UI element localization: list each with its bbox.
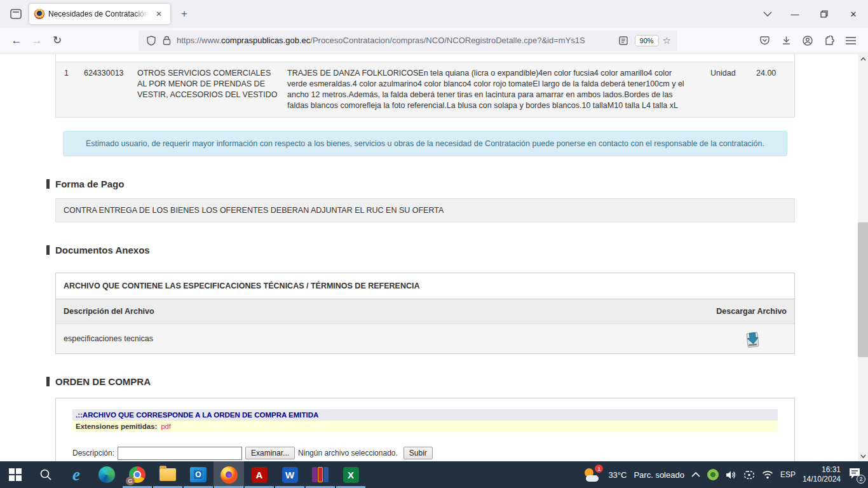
weather-condition-text[interactable]: Parc. soleado bbox=[634, 470, 684, 480]
items-table: 1 624330013 OTROS SERVICIOS COMERCIALES … bbox=[55, 54, 795, 118]
orden-band-title: .::ARCHIVO QUE CORRESPONDE A LA ORDEN DE… bbox=[72, 409, 778, 421]
notification-count-badge: 2 bbox=[857, 475, 865, 484]
upload-form-row: Descripción: Examinar... Ningún archivo … bbox=[72, 447, 778, 460]
section-title-forma-de-pago: Forma de Pago bbox=[55, 179, 124, 189]
lock-icon[interactable] bbox=[159, 36, 174, 45]
restore-button[interactable] bbox=[810, 0, 839, 28]
weather-badge: 1 bbox=[595, 464, 603, 473]
toolbar-right-icons bbox=[754, 31, 862, 50]
section-title-orden-de-compra: ORDEN DE COMPRA bbox=[55, 376, 151, 387]
firefox-icon[interactable] bbox=[214, 461, 244, 488]
new-tab-button[interactable]: + bbox=[174, 5, 194, 23]
file-description: especificaciones tecnicas bbox=[64, 334, 153, 343]
tab-close-icon[interactable]: ✕ bbox=[153, 8, 165, 20]
shield-icon[interactable] bbox=[144, 36, 159, 46]
window-controls: — ✕ bbox=[780, 0, 868, 28]
item-quantity: 24.00 bbox=[752, 62, 794, 117]
list-tabs-chevron-icon[interactable] bbox=[755, 11, 780, 17]
taskbar: e G O A W X bbox=[0, 461, 868, 488]
browse-button[interactable]: Examinar... bbox=[245, 447, 295, 459]
forward-icon[interactable]: → bbox=[27, 31, 47, 50]
temperature-text[interactable]: 33°C bbox=[608, 470, 627, 480]
tab-title: Necesidades de Contratación y bbox=[48, 10, 149, 18]
info-banner: Estimado usuario, de requerir mayor info… bbox=[63, 131, 787, 156]
wifi-icon[interactable] bbox=[762, 470, 773, 479]
action-center-icon[interactable]: 2 bbox=[848, 467, 863, 482]
language-indicator[interactable]: ESP bbox=[780, 470, 796, 479]
description-input[interactable] bbox=[118, 447, 242, 460]
system-tray: 1 33°C Parc. soleado ESP 16:31 14/10/202… bbox=[583, 461, 868, 488]
time-text: 16:31 bbox=[803, 465, 841, 475]
scrollbar-thumb[interactable] bbox=[858, 222, 868, 357]
col-descargar-archivo: Descargar Archivo bbox=[716, 307, 787, 316]
outlook-icon[interactable]: O bbox=[183, 461, 214, 488]
extensions-band: Extensiones pemitidas:pdf bbox=[72, 421, 778, 432]
menu-hamburger-icon[interactable] bbox=[840, 31, 862, 50]
col-descripcion-del-archivo: Descripción del Archivo bbox=[64, 307, 154, 316]
reader-mode-icon[interactable] bbox=[616, 36, 631, 45]
weather-icon[interactable]: 1 bbox=[583, 467, 601, 482]
edge-icon[interactable] bbox=[92, 461, 122, 488]
url-path: /ProcesoContratacion/compras/NCO/NCORegi… bbox=[310, 36, 585, 45]
tray-chevron-up-icon[interactable] bbox=[691, 472, 700, 477]
docs-table-row: especificaciones tecnicas bbox=[56, 324, 794, 353]
downloads-icon[interactable] bbox=[775, 31, 797, 50]
url-text[interactable]: https://www.compraspublicas.gob.ec/Proce… bbox=[177, 36, 616, 45]
forma-de-pago-content: CONTRA ENTREGA DE LOS BIENES LOS OFERENT… bbox=[55, 198, 795, 222]
orden-de-compra-header: ORDEN DE COMPRA bbox=[55, 376, 795, 387]
scroll-down-icon[interactable] bbox=[858, 451, 868, 461]
windows-logo-icon bbox=[9, 468, 22, 481]
account-icon[interactable] bbox=[797, 31, 818, 50]
bookmark-star-icon[interactable]: ☆ bbox=[663, 35, 671, 46]
firefox-view-button[interactable] bbox=[5, 5, 27, 23]
antivirus-tray-icon[interactable] bbox=[707, 469, 719, 480]
browser-tab[interactable]: Necesidades de Contratación y ✕ bbox=[29, 4, 170, 24]
browser-titlebar: Necesidades de Contratación y ✕ + — ✕ bbox=[0, 0, 868, 28]
url-domain: compraspublicas.gob.ec bbox=[221, 36, 310, 45]
extensions-label: Extensiones pemitidas: bbox=[76, 423, 157, 430]
browser-toolbar: ← → ↻ https://www.compraspublicas.gob.ec… bbox=[0, 28, 868, 53]
download-file-icon[interactable] bbox=[719, 329, 787, 348]
vertical-scrollbar[interactable] bbox=[858, 54, 868, 461]
chrome-icon[interactable]: G bbox=[122, 461, 153, 488]
zoom-level-badge[interactable]: 90% bbox=[635, 35, 659, 46]
word-icon[interactable]: W bbox=[275, 461, 305, 488]
meet-now-icon[interactable] bbox=[743, 470, 755, 480]
extensions-puzzle-icon[interactable] bbox=[818, 31, 840, 50]
documentos-anexos-header: Documentos Anexos bbox=[55, 245, 795, 255]
item-code: 624330013 bbox=[80, 62, 133, 117]
extensions-value: pdf bbox=[161, 423, 170, 430]
description-label: Descripción: bbox=[72, 449, 114, 458]
forma-de-pago-header: Forma de Pago bbox=[55, 179, 795, 189]
pocket-icon[interactable] bbox=[754, 31, 775, 50]
items-table-header-partial bbox=[56, 54, 794, 62]
upload-button[interactable]: Subir bbox=[403, 447, 433, 459]
section-bar bbox=[46, 179, 50, 189]
volume-icon[interactable] bbox=[726, 470, 736, 480]
file-explorer-icon[interactable] bbox=[153, 461, 183, 488]
scroll-up-icon[interactable] bbox=[858, 54, 868, 64]
start-button[interactable] bbox=[0, 461, 31, 488]
excel-icon[interactable]: X bbox=[336, 461, 366, 488]
date-text: 14/10/2024 bbox=[803, 475, 841, 484]
minimize-button[interactable]: — bbox=[780, 0, 810, 28]
clock[interactable]: 16:31 14/10/2024 bbox=[803, 465, 841, 484]
chrome-profile-badge: G bbox=[126, 477, 135, 485]
item-unit: Unidad bbox=[707, 62, 752, 117]
reload-icon[interactable]: ↻ bbox=[47, 31, 67, 50]
back-icon[interactable]: ← bbox=[6, 31, 27, 50]
item-number: 1 bbox=[56, 62, 80, 117]
section-bar bbox=[46, 245, 50, 255]
orden-de-compra-panel: .::ARCHIVO QUE CORRESPONDE A LA ORDEN DE… bbox=[55, 398, 795, 462]
section-title-documentos-anexos: Documentos Anexos bbox=[55, 245, 150, 255]
acrobat-icon[interactable]: A bbox=[244, 461, 275, 488]
url-prefix: https://www. bbox=[177, 36, 221, 45]
page-content: 1 624330013 OTROS SERVICIOS COMERCIALES … bbox=[0, 54, 868, 461]
docs-table-title: ARCHIVO QUE CONTIENE LAS ESPECIFICACIONE… bbox=[56, 273, 794, 299]
section-bar bbox=[46, 377, 50, 386]
close-button[interactable]: ✕ bbox=[839, 0, 868, 28]
internet-explorer-icon[interactable]: e bbox=[61, 461, 92, 488]
url-bar[interactable]: https://www.compraspublicas.gob.ec/Proce… bbox=[139, 30, 677, 51]
winrar-icon[interactable] bbox=[305, 461, 336, 488]
taskbar-search-icon[interactable] bbox=[31, 461, 61, 488]
